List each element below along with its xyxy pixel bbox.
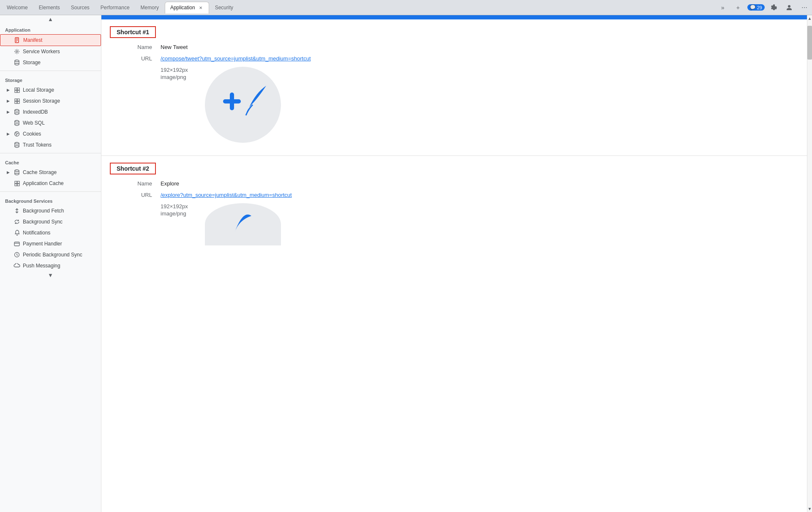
cylinder-icon-5 (14, 169, 20, 176)
cylinder-icon-3 (14, 120, 20, 126)
svg-rect-6 (15, 90, 17, 93)
svg-rect-25 (17, 181, 19, 183)
bell-icon (14, 229, 20, 236)
sidebar-item-local-storage[interactable]: ▶ Local Storage (0, 84, 101, 95)
notification-badge[interactable]: 💬 29 (747, 4, 765, 11)
main-layout: ▲ Application Manifest Service Workers S… (0, 15, 812, 512)
sidebar-item-indexeddb[interactable]: ▶ IndexedDB (0, 106, 101, 117)
sidebar-item-background-sync-label: Background Sync (23, 219, 98, 225)
svg-rect-5 (17, 88, 19, 90)
more-tabs-button[interactable]: » (717, 2, 729, 14)
sidebar-item-manifest[interactable]: Manifest (0, 34, 101, 46)
shortcut-1-url-row: URL /compose/tweet?utm_source=jumplist&u… (101, 53, 807, 64)
shortcut-1-icon-circle (205, 67, 281, 143)
sidebar: ▲ Application Manifest Service Workers S… (0, 15, 101, 512)
shortcut-1-url-label: URL (110, 55, 161, 62)
arrows-updown-icon (14, 207, 20, 214)
clock-icon (14, 251, 20, 258)
sidebar-item-cache-storage[interactable]: ▶ Cache Storage (0, 167, 101, 178)
tab-bar: Welcome Elements Sources Performance Mem… (0, 0, 812, 15)
shortcut-2-icon-circle-partial (205, 203, 281, 245)
expand-arrow-session-storage[interactable]: ▶ (5, 99, 11, 103)
shortcut-2-url-value[interactable]: /explore?utm_source=jumplist&utm_medium=… (161, 192, 292, 198)
svg-point-12 (15, 109, 19, 111)
shortcut-1-url-value[interactable]: /compose/tweet?utm_source=jumplist&utm_m… (161, 55, 311, 62)
sidebar-scroll-down[interactable]: ▼ (0, 271, 101, 279)
payment-icon (14, 240, 20, 247)
content-area: Shortcut #1 Name New Tweet URL /compose/… (101, 15, 807, 512)
tab-security[interactable]: Security (210, 2, 238, 14)
sidebar-item-storage-label: Storage (23, 60, 98, 65)
sync-icon (14, 218, 20, 225)
tab-application-label: Application (170, 5, 195, 11)
shortcut-2-image-meta: 192×192px image/png (161, 203, 188, 217)
tab-memory-label: Memory (141, 5, 159, 11)
cylinder-icon (14, 59, 20, 66)
sidebar-item-application-cache-label: Application Cache (23, 180, 98, 186)
file-icon (14, 37, 21, 44)
sidebar-item-notifications[interactable]: Notifications (0, 227, 101, 238)
shortcut-1-type-label: image/png (161, 74, 188, 80)
expand-arrow-indexeddb[interactable]: ▶ (5, 110, 11, 114)
shortcut-2-header-label: Shortcut #2 (117, 165, 149, 172)
shortcut-2-name-label: Name (110, 180, 161, 187)
svg-rect-10 (15, 101, 17, 103)
sidebar-item-application-cache[interactable]: Application Cache (0, 178, 101, 189)
expand-arrow-local-storage[interactable]: ▶ (5, 88, 11, 92)
tab-sources[interactable]: Sources (66, 2, 95, 14)
shortcut-1-name-label: Name (110, 44, 161, 50)
tab-application[interactable]: Application ✕ (165, 2, 209, 14)
expand-arrow-cache-storage[interactable]: ▶ (5, 170, 11, 174)
right-scrollbar[interactable]: ▲ ▼ (807, 15, 812, 512)
sidebar-item-trust-tokens[interactable]: Trust Tokens (0, 139, 101, 150)
shortcut-2-image-section: 192×192px image/png (101, 201, 807, 245)
profile-button[interactable] (783, 2, 795, 14)
tab-list: Welcome Elements Sources Performance Mem… (2, 2, 238, 14)
divider-1 (0, 71, 101, 71)
svg-point-20 (15, 142, 19, 144)
scroll-up-button[interactable]: ▲ (807, 15, 812, 22)
tab-elements[interactable]: Elements (34, 2, 65, 14)
sidebar-item-service-workers[interactable]: Service Workers (0, 46, 101, 57)
svg-rect-31 (230, 93, 234, 110)
notification-count: 29 (757, 5, 762, 10)
sidebar-item-cookies[interactable]: ▶ Cookies (0, 128, 101, 139)
sidebar-item-web-sql[interactable]: Web SQL (0, 117, 101, 128)
scroll-thumb[interactable] (807, 26, 812, 60)
tab-welcome[interactable]: Welcome (2, 2, 33, 14)
grid-icon-2 (14, 98, 20, 104)
sidebar-item-background-fetch[interactable]: Background Fetch (0, 205, 101, 216)
sidebar-item-manifest-label: Manifest (23, 37, 97, 43)
sidebar-item-periodic-background-sync[interactable]: Periodic Background Sync (0, 249, 101, 260)
tab-performance[interactable]: Performance (95, 2, 135, 14)
sidebar-item-trust-tokens-label: Trust Tokens (23, 142, 98, 148)
svg-point-3 (15, 63, 19, 65)
sidebar-item-session-storage[interactable]: ▶ Session Storage (0, 95, 101, 106)
divider-2 (0, 153, 101, 153)
shortcut-1-section: Shortcut #1 Name New Tweet URL /compose/… (101, 19, 807, 155)
tab-bar-right: » + 💬 29 ⋯ (717, 2, 810, 14)
expand-arrow-cookies[interactable]: ▶ (5, 132, 11, 136)
sidebar-scroll-up[interactable]: ▲ (0, 15, 101, 23)
svg-point-22 (15, 170, 19, 172)
sidebar-item-session-storage-label: Session Storage (23, 98, 98, 104)
sidebar-item-periodic-bg-sync-label: Periodic Background Sync (23, 252, 98, 258)
sidebar-item-push-messaging[interactable]: Push Messaging (0, 260, 101, 271)
sidebar-item-indexeddb-label: IndexedDB (23, 109, 98, 115)
gear-icon (14, 48, 20, 55)
grid-icon-3 (14, 180, 20, 187)
sidebar-item-background-sync[interactable]: Background Sync (0, 216, 101, 227)
sidebar-item-storage-app[interactable]: Storage (0, 57, 101, 68)
new-tab-button[interactable]: + (732, 2, 744, 14)
tab-elements-label: Elements (39, 5, 60, 11)
scroll-down-button[interactable]: ▼ (807, 506, 812, 512)
tab-application-close-icon[interactable]: ✕ (198, 5, 204, 11)
shortcut-1-image-meta: 192×192px image/png (161, 67, 188, 80)
sidebar-item-push-messaging-label: Push Messaging (23, 263, 98, 269)
sidebar-item-payment-handler[interactable]: Payment Handler (0, 238, 101, 249)
svg-rect-9 (17, 99, 19, 101)
svg-rect-26 (15, 184, 17, 186)
tab-memory[interactable]: Memory (136, 2, 164, 14)
more-options-button[interactable]: ⋯ (798, 2, 810, 14)
settings-button[interactable] (768, 2, 780, 14)
